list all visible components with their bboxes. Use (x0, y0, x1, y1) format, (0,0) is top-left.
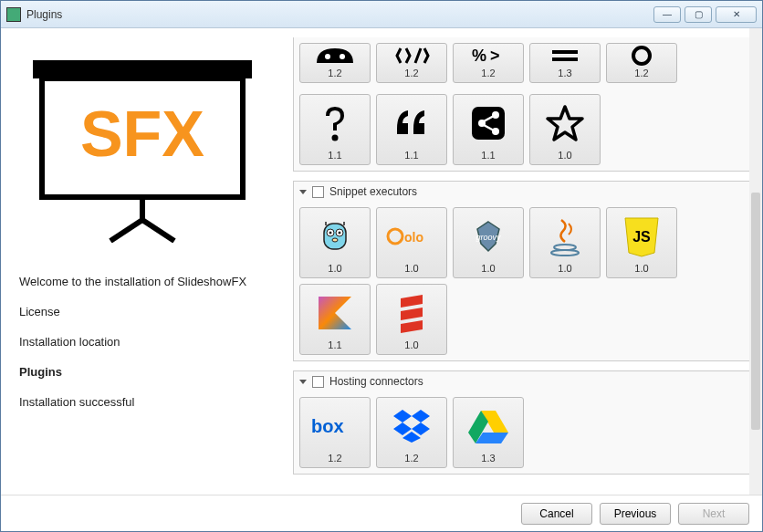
tile-version: 1.0 (404, 339, 418, 350)
svg-point-7 (340, 54, 345, 59)
scrollbar[interactable] (749, 28, 762, 495)
svg-text:box: box (311, 416, 344, 436)
plugin-js[interactable]: JS1.0 (606, 207, 677, 278)
titlebar: Plugins — ▢ ✕ (1, 1, 762, 28)
scrollbar-thumb[interactable] (751, 193, 760, 430)
window-controls: — ▢ ✕ (653, 6, 757, 23)
svg-text:>: > (490, 47, 500, 65)
previous-button[interactable]: Previous (600, 503, 671, 525)
svg-point-24 (339, 232, 341, 235)
plugin-dropbox[interactable]: 1.2 (376, 397, 447, 468)
tile-version: 1.0 (481, 263, 495, 274)
tile-version: 1.2 (481, 68, 495, 78)
plugin-golo[interactable]: olo1.0 (376, 207, 447, 278)
plugin-tile-star[interactable]: 1.0 (529, 94, 601, 165)
plugin-go[interactable]: 1.0 (299, 207, 371, 278)
window-title: Plugins (26, 8, 653, 21)
nav-license[interactable]: License (19, 305, 275, 318)
js-icon: JS (611, 212, 673, 261)
plugin-groovy[interactable]: groovy1.0 (453, 207, 524, 278)
section-snippet-executors: Snippet executors 1.0 olo1.0 groovy1.0 1… (293, 181, 751, 361)
plugin-java[interactable]: 1.0 (529, 207, 601, 278)
svg-point-12 (633, 47, 650, 64)
collapse-icon[interactable] (299, 190, 307, 194)
content: SFX Welcome to the installation of Slide… (1, 28, 762, 495)
tile-version: 1.0 (558, 263, 571, 274)
svg-line-4 (110, 220, 142, 241)
app-icon (6, 7, 21, 22)
collapse-icon[interactable] (299, 380, 307, 384)
svg-point-23 (329, 232, 332, 235)
svg-text:groovy: groovy (476, 233, 501, 242)
svg-point-13 (332, 135, 339, 141)
svg-line-5 (142, 220, 174, 241)
java-icon (534, 212, 596, 261)
minimize-button[interactable]: — (653, 6, 681, 23)
plugin-box[interactable]: box1.2 (299, 397, 371, 468)
footer: Cancel Previous Next (1, 495, 762, 531)
section-title: Snippet executors (329, 185, 417, 198)
section-checkbox[interactable] (312, 186, 324, 198)
tile-version: 1.0 (328, 263, 341, 274)
scala-icon (381, 288, 443, 338)
window: Plugins — ▢ ✕ SFX Welcome to the install… (0, 0, 763, 532)
question-icon (304, 99, 366, 148)
tile-version: 1.3 (558, 68, 571, 78)
plugin-tile-share[interactable]: 1.1 (453, 94, 524, 165)
star-icon (534, 99, 596, 148)
svg-text:%: % (472, 47, 486, 65)
go-icon (304, 212, 366, 261)
svg-point-32 (551, 250, 579, 256)
plugin-scala[interactable]: 1.0 (376, 284, 447, 355)
tiles-row2: 1.1 1.1 1.1 1.0 (294, 89, 750, 171)
plugin-tile[interactable]: 1.2 (376, 43, 447, 83)
tile-version: 1.2 (404, 68, 418, 78)
nav-install-success[interactable]: Installation successful (19, 395, 275, 409)
tile-version: 1.0 (558, 150, 571, 161)
main-panel: 1.2 1.2 %>1.2 1.3 1.2 1.1 1.1 1.1 1.0 (293, 28, 762, 495)
groovy-icon: groovy (457, 212, 519, 261)
svg-point-6 (325, 54, 330, 59)
plugin-gdrive[interactable]: 1.3 (453, 397, 524, 468)
nav-plugins[interactable]: Plugins (19, 365, 275, 379)
plugin-tile-quote[interactable]: 1.1 (376, 94, 447, 165)
sfx-logo: SFX (19, 47, 266, 247)
svg-point-25 (332, 238, 338, 242)
plugin-tile[interactable]: %>1.2 (453, 43, 524, 83)
tile-version: 1.1 (481, 150, 495, 161)
plugin-kotlin[interactable]: 1.1 (299, 284, 371, 355)
section-header: Hosting connectors (294, 371, 750, 391)
maximize-button[interactable]: ▢ (685, 6, 712, 23)
next-button[interactable]: Next (678, 503, 749, 525)
tile-version: 1.2 (634, 68, 648, 78)
section-partial: 1.2 1.2 %>1.2 1.3 1.2 1.1 1.1 1.1 1.0 (293, 37, 751, 172)
plugin-tile[interactable]: 1.2 (606, 43, 677, 83)
section-title: Hosting connectors (329, 375, 423, 388)
tile-version: 1.1 (328, 150, 341, 161)
nav-install-location[interactable]: Installation location (19, 335, 275, 349)
kotlin-icon (304, 288, 366, 338)
close-button[interactable]: ✕ (716, 6, 757, 23)
tile-version: 1.3 (481, 453, 495, 464)
svg-rect-10 (552, 50, 578, 54)
snippet-tiles: 1.0 olo1.0 groovy1.0 1.0 JS1.0 1.1 1.0 (294, 202, 750, 360)
share-icon (457, 99, 519, 148)
tile-version: 1.2 (328, 68, 341, 78)
tile-version: 1.0 (404, 263, 418, 274)
svg-point-28 (388, 229, 402, 244)
section-hosting-connectors: Hosting connectors box1.2 1.2 1.3 (293, 370, 751, 475)
tile-version: 1.0 (634, 263, 648, 274)
hosting-tiles: box1.2 1.2 1.3 (294, 391, 750, 474)
cancel-button[interactable]: Cancel (521, 503, 592, 525)
svg-text:JS: JS (632, 229, 651, 245)
nav: Welcome to the installation of Slideshow… (19, 275, 275, 409)
section-checkbox[interactable] (312, 376, 324, 388)
plugin-tile[interactable]: 1.2 (299, 43, 371, 83)
plugin-tile[interactable]: 1.3 (529, 43, 601, 83)
nav-welcome[interactable]: Welcome to the installation of Slideshow… (19, 275, 275, 288)
section-header: Snippet executors (294, 182, 750, 202)
plugin-tile-question[interactable]: 1.1 (299, 94, 371, 165)
svg-rect-14 (472, 107, 505, 140)
tile-version: 1.2 (328, 453, 341, 464)
svg-rect-11 (552, 57, 578, 61)
